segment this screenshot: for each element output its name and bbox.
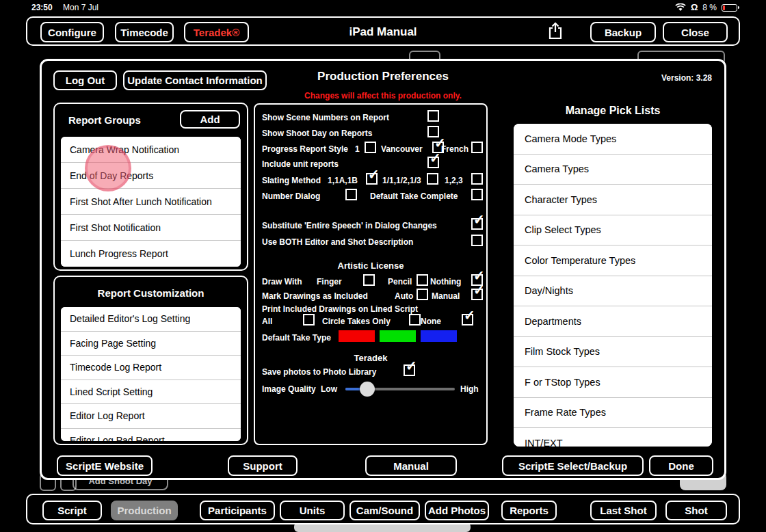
pref-label-use-both: Use BOTH Editor and Shot Description bbox=[262, 236, 413, 248]
pick-list-item[interactable]: Camera Mode Types bbox=[514, 124, 712, 155]
pick-list-item[interactable]: Color Temperature Types bbox=[514, 245, 712, 276]
pick-list-item[interactable]: Clip Select Types bbox=[514, 215, 712, 246]
checkbox-circle-takes[interactable] bbox=[409, 314, 421, 325]
option-label-none: None bbox=[421, 315, 441, 328]
production-preferences-modal: Log Out Update Contact Information Produ… bbox=[40, 59, 726, 480]
report-customization-label: Detailed Editor's Log Setting bbox=[70, 313, 190, 324]
pick-list-item[interactable]: F or TStop Types bbox=[514, 367, 712, 398]
checkbox-number-dialog[interactable] bbox=[345, 189, 357, 200]
report-customization-item[interactable]: Timecode Log Report bbox=[61, 356, 241, 380]
close-label: Close bbox=[681, 27, 709, 38]
report-group-item[interactable]: Lunch Progress Report bbox=[61, 241, 241, 267]
image-quality-slider[interactable] bbox=[345, 382, 455, 397]
checkbox-slate-3[interactable] bbox=[471, 173, 483, 185]
done-button[interactable]: Done bbox=[649, 455, 713, 476]
status-bar: 23:50 Mon 7 Jul Ω 8 % bbox=[0, 0, 766, 15]
slider-thumb[interactable] bbox=[360, 382, 375, 397]
checkbox-manual[interactable] bbox=[471, 289, 483, 300]
pick-lists-panel: Camera Mode Types Camera Types Character… bbox=[514, 124, 712, 447]
checkbox-french[interactable] bbox=[471, 142, 483, 153]
report-customization-item[interactable]: Lined Script Setting bbox=[61, 380, 241, 405]
option-label-circle-takes: Circle Takes Only bbox=[322, 315, 391, 328]
pick-list-item[interactable]: Character Types bbox=[514, 185, 712, 215]
pref-label-slating: Slating Method bbox=[262, 174, 321, 187]
checkbox-pencil[interactable] bbox=[417, 274, 428, 286]
checkbox-auto[interactable] bbox=[417, 289, 428, 300]
report-customization-label: Lined Script Setting bbox=[70, 386, 153, 397]
checkbox-save-photos[interactable] bbox=[404, 364, 415, 376]
pick-list-label: Camera Types bbox=[525, 163, 589, 174]
pick-list-label: Color Temperature Types bbox=[525, 255, 635, 266]
close-button[interactable]: Close bbox=[663, 22, 728, 42]
take-type-swatch-green[interactable] bbox=[380, 330, 416, 342]
pick-list-item[interactable]: Departments bbox=[514, 306, 712, 337]
checkbox-slate-1[interactable] bbox=[366, 173, 378, 185]
pick-list-item[interactable]: Camera Types bbox=[514, 155, 712, 185]
option-label-manual: Manual bbox=[432, 290, 460, 302]
done-label: Done bbox=[668, 460, 694, 472]
share-icon bbox=[547, 21, 564, 43]
add-report-group-button[interactable]: Add bbox=[180, 110, 240, 129]
tab-cam-sound[interactable]: Cam/Sound bbox=[349, 501, 420, 520]
screen: 23:50 Mon 7 Jul Ω 8 % Configure Timecode… bbox=[0, 0, 766, 532]
report-group-item[interactable]: First Shot Notification bbox=[61, 215, 241, 241]
artistic-license-title: Artistic License bbox=[255, 261, 486, 271]
pick-list-item[interactable]: Frame Rate Types bbox=[514, 398, 712, 429]
tab-last-shot[interactable]: Last Shot bbox=[590, 501, 657, 520]
tab-units[interactable]: Units bbox=[280, 501, 345, 520]
checkbox-all[interactable] bbox=[303, 314, 315, 325]
image-quality-high-label: High bbox=[460, 383, 479, 395]
checkbox-default-take-complete[interactable] bbox=[471, 189, 483, 200]
backup-label: Backup bbox=[605, 27, 642, 38]
tab-reports[interactable]: Reports bbox=[501, 501, 557, 520]
scripte-select-backup-button[interactable]: ScriptE Select/Backup bbox=[502, 455, 644, 476]
support-button[interactable]: Support bbox=[228, 455, 298, 476]
option-label-all: All bbox=[262, 315, 272, 328]
take-type-swatch-red[interactable] bbox=[339, 330, 375, 342]
pref-label-include-unit: Include unit reports bbox=[262, 158, 339, 170]
pick-list-item[interactable]: Day/Nights bbox=[514, 276, 712, 307]
checkbox-include-unit[interactable] bbox=[427, 157, 439, 168]
pick-list-label: Character Types bbox=[525, 194, 597, 205]
report-customization-item[interactable]: Facing Page Setting bbox=[61, 332, 241, 356]
pick-list-label: Film Stock Types bbox=[525, 346, 600, 357]
report-group-item[interactable]: First Shot After Lunch Notification bbox=[61, 189, 241, 215]
report-customization-label: Editor Log Pad Report bbox=[70, 435, 165, 441]
pref-label-show-shoot-day: Show Shoot Day on Reports bbox=[262, 127, 372, 139]
checkbox-style-1[interactable] bbox=[365, 142, 376, 153]
tab-add-photos[interactable]: Add Photos bbox=[425, 501, 489, 520]
checkbox-substitute[interactable] bbox=[471, 218, 483, 230]
tab-script[interactable]: Script bbox=[42, 501, 102, 520]
option-label-slate-3: 1,2,3 bbox=[445, 174, 463, 187]
backup-button[interactable]: Backup bbox=[590, 22, 656, 42]
pick-list-item[interactable]: Film Stock Types bbox=[514, 337, 712, 368]
option-label-auto: Auto bbox=[395, 290, 413, 302]
report-group-label: Lunch Progress Report bbox=[70, 248, 168, 259]
pref-label-substitute: Substitute 'Entire Speech' in Dialog Cha… bbox=[262, 220, 437, 232]
report-groups-panel: Report Groups Add Camera Wrap Notificati… bbox=[53, 103, 248, 271]
checkbox-slate-2[interactable] bbox=[427, 173, 438, 185]
report-customization-item[interactable]: Editor Log Report bbox=[61, 404, 241, 429]
take-type-swatch-blue[interactable] bbox=[421, 330, 457, 342]
teradek-section-title: Teradek bbox=[255, 353, 486, 363]
report-customization-item[interactable]: Detailed Editor's Log Setting bbox=[61, 307, 241, 332]
pref-label-progress-style: Progress Report Style bbox=[262, 143, 348, 155]
checkbox-use-both[interactable] bbox=[471, 235, 483, 246]
checkbox-none[interactable] bbox=[462, 314, 473, 325]
touch-indicator bbox=[85, 145, 131, 191]
checkbox-show-scene[interactable] bbox=[427, 110, 439, 122]
pick-list-item[interactable]: INT/EXT bbox=[514, 428, 712, 447]
manual-button[interactable]: Manual bbox=[365, 455, 457, 476]
checkbox-finger[interactable] bbox=[363, 274, 375, 286]
manual-label: Manual bbox=[393, 460, 429, 472]
scripte-website-button[interactable]: ScriptE Website bbox=[57, 455, 153, 476]
tab-participants-label: Participants bbox=[208, 505, 267, 516]
tab-production[interactable]: Production bbox=[111, 501, 178, 520]
tab-participants[interactable]: Participants bbox=[200, 501, 275, 520]
tab-shot[interactable]: Shot bbox=[665, 501, 727, 520]
share-button[interactable] bbox=[545, 21, 566, 44]
tab-add-photos-label: Add Photos bbox=[428, 505, 486, 516]
report-customization-label: Timecode Log Report bbox=[70, 362, 161, 373]
report-customization-item[interactable]: Editor Log Pad Report bbox=[61, 429, 241, 442]
report-groups-title: Report Groups bbox=[68, 114, 141, 126]
